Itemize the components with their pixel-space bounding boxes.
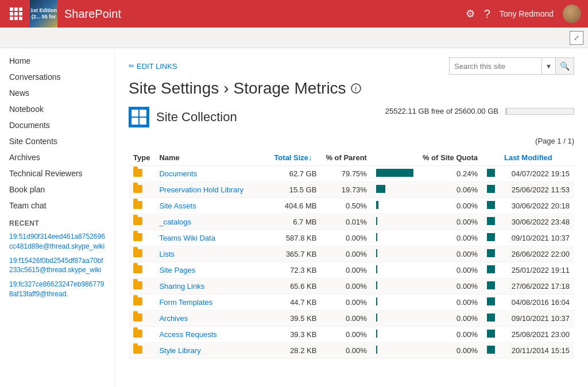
table-row: Lists365.7 KB0.00%0.00%26/06/2022 22:00 (129, 246, 574, 262)
pct-quota-cell: 0.00% (418, 343, 482, 359)
pct-parent-cell: 79.75% (321, 166, 372, 182)
settings-icon[interactable]: ⚙ (466, 7, 475, 20)
name-link[interactable]: Access Requests (159, 330, 216, 339)
name-link[interactable]: Form Templates (159, 298, 212, 307)
storage-info: 25522.11 GB free of 25600.00 GB (385, 107, 574, 115)
storage-table: Type Name Total Size↓ % of Parent % of S… (129, 150, 574, 359)
bar2-visual (487, 217, 495, 225)
bar2-visual (487, 265, 495, 273)
edit-links-button[interactable]: ✏ EDIT LINKS (129, 62, 177, 71)
folder-type-cell (129, 230, 154, 246)
pct-parent-cell: 19.73% (321, 182, 372, 198)
edit-links-label: EDIT LINKS (137, 62, 177, 71)
name-link[interactable]: Site Assets (159, 202, 196, 210)
search-button[interactable]: 🔍 (555, 58, 574, 74)
col-size[interactable]: Total Size↓ (269, 150, 321, 166)
col-modified: Last Modified (500, 150, 574, 166)
name-link[interactable]: Style Library (159, 346, 200, 355)
sidebar-item-archives[interactable]: Archives (0, 149, 114, 165)
size-cell: 365.7 KB (269, 246, 321, 262)
bar1-visual (376, 297, 377, 305)
folder-icon (133, 281, 142, 289)
table-row: Site Assets404.6 MB0.50%0.00%30/06/2022 … (129, 198, 574, 214)
folder-icon (133, 330, 142, 338)
site-thumbnail[interactable]: 1st Edition (2... 55 for (30, 0, 57, 28)
sidebar-recent-item-1[interactable]: 19:f15426f0bd2545df87aa70bf233c5615@thre… (0, 254, 114, 278)
bar1-visual (376, 281, 377, 289)
bar1-cell (372, 343, 418, 359)
bar2-cell (482, 327, 500, 343)
folder-type-cell (129, 343, 154, 359)
sidebar-item-technical-reviewers[interactable]: Technical Reviewers (0, 165, 114, 181)
sidebar-recent-item-0[interactable]: 19:51d90f314eed461a8752696cc481d89e@thre… (0, 230, 114, 254)
sidebar-item-book-plan[interactable]: Book plan (0, 181, 114, 198)
page-info: (Page 1 / 1) (129, 137, 574, 145)
folder-type-cell (129, 166, 154, 182)
maximize-button[interactable]: ⤢ (570, 31, 583, 45)
folder-type-cell (129, 214, 154, 230)
name-link[interactable]: Site Pages (159, 266, 195, 274)
name-link[interactable]: Lists (159, 250, 175, 258)
folder-icon (133, 201, 142, 209)
pct-quota-cell: 0.00% (418, 311, 482, 327)
sidebar-item-notebook[interactable]: Notebook (0, 101, 114, 117)
pct-parent-cell: 0.00% (321, 262, 372, 278)
col-bar1 (372, 150, 418, 166)
search-input[interactable] (450, 62, 541, 71)
help-icon[interactable]: ? (484, 7, 490, 21)
pct-parent-cell: 0.00% (321, 295, 372, 311)
name-link[interactable]: Documents (159, 169, 197, 178)
info-icon[interactable]: i (351, 83, 361, 94)
folder-icon (133, 233, 142, 241)
name-link[interactable]: Sharing Links (159, 282, 204, 291)
bar2-visual (487, 314, 495, 322)
section-header: Site Collection (129, 107, 237, 127)
table-row: Sharing Links65.6 KB0.00%0.00%27/06/2022… (129, 278, 574, 295)
table-row: Access Requests39.3 KB0.00%0.00%25/08/20… (129, 327, 574, 343)
bar2-cell (482, 311, 500, 327)
section-title: Site Collection (156, 110, 237, 125)
sidebar-recent-label: Recent (0, 214, 114, 230)
breadcrumb-arrow: › (223, 79, 229, 98)
storage-bar-fill (506, 109, 507, 114)
bar1-cell (372, 327, 418, 343)
search-bar: ▾ 🔍 (449, 57, 574, 75)
modified-cell: 09/10/2021 10:37 (500, 311, 574, 327)
name-cell: Sharing Links (154, 278, 269, 295)
brand-name: SharePoint (64, 7, 121, 21)
bar1-visual (376, 233, 377, 241)
waffle-button[interactable] (7, 5, 25, 23)
pct-quota-cell: 0.00% (418, 278, 482, 295)
size-cell: 39.5 KB (269, 311, 321, 327)
folder-type-cell (129, 262, 154, 278)
bar2-visual (487, 185, 495, 193)
page-title-main: Site Settings (129, 79, 219, 98)
bar1-cell (372, 311, 418, 327)
user-avatar[interactable] (563, 5, 581, 23)
sidebar-item-news[interactable]: News (0, 85, 114, 101)
sidebar-item-site-contents[interactable]: Site Contents (0, 133, 114, 149)
name-link[interactable]: Archives (159, 314, 188, 323)
sidebar-item-conversations[interactable]: Conversations (0, 69, 114, 85)
bar2-cell (482, 214, 500, 230)
name-cell: Form Templates (154, 295, 269, 311)
bar2-visual (487, 249, 495, 257)
modified-cell: 30/06/2022 23:48 (500, 214, 574, 230)
pct-parent-cell: 0.00% (321, 311, 372, 327)
bar1-visual (376, 201, 378, 209)
sidebar-item-home[interactable]: Home (0, 53, 114, 69)
bar2-visual (487, 233, 495, 241)
user-name[interactable]: Tony Redmond (500, 9, 554, 18)
sidebar-item-documents[interactable]: Documents (0, 117, 114, 133)
name-cell: Documents (154, 166, 269, 182)
name-link[interactable]: Preservation Hold Library (159, 185, 243, 194)
sidebar-item-team-chat[interactable]: Team chat (0, 198, 114, 214)
bar2-cell (482, 262, 500, 278)
name-link[interactable]: Teams Wiki Data (159, 234, 215, 242)
sidebar-recent-item-2[interactable]: 19:fc327ce86623247eb9867798af13faff9@thr… (0, 277, 114, 301)
search-dropdown-button[interactable]: ▾ (541, 58, 555, 74)
bar2-cell (482, 295, 500, 311)
folder-icon (133, 346, 142, 354)
pct-quota-cell: 0.00% (418, 327, 482, 343)
name-link[interactable]: _catalogs (159, 218, 191, 226)
